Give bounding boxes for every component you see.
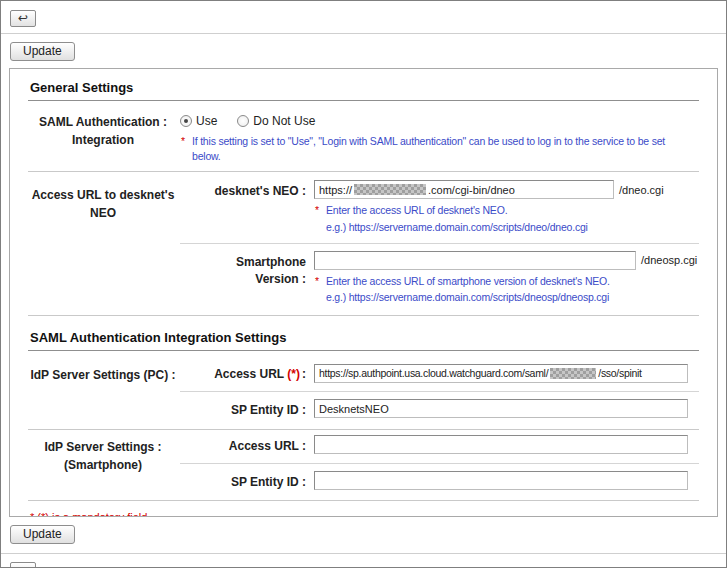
redacted-text-block — [550, 368, 596, 379]
input-text: https://sp.authpoint.usa.cloud.watchguar… — [319, 367, 548, 379]
idp-pc-label: IdP Server Settings (PC) : — [28, 363, 178, 419]
note-text: Enter the access URL of smartphone versi… — [326, 275, 610, 287]
note-text: e.g.) https://servername.domain.com/scri… — [326, 221, 588, 233]
saml-integration-row: SAML Authentication : Integration Use Do… — [28, 101, 699, 172]
neo-url-sublabel: desknet's NEO : — [180, 180, 314, 234]
general-settings-heading: General Settings — [28, 71, 699, 101]
note-text: Enter the access URL of desknet's NEO. — [326, 204, 507, 216]
neo-url-example: e.g.) https://servername.domain.com/scri… — [314, 220, 699, 235]
smartphone-url-subfield: /dneosp.cgi *Enter the access URL of sma… — [314, 251, 699, 305]
idp-smartphone-entity-subrow: SP Entity ID : — [180, 471, 699, 491]
back-button-top[interactable]: ↩ — [10, 10, 36, 27]
label-line: Smartphone — [180, 254, 306, 271]
neo-url-suffix: /dneo.cgi — [619, 184, 664, 196]
idp-smartphone-field: Access URL : SP Entity ID : — [178, 435, 699, 491]
top-navbar: ↩ — [1, 1, 726, 34]
neo-url-input[interactable]: https://.com/cgi-bin/dneo — [314, 180, 614, 199]
redacted-text-block — [354, 184, 426, 195]
access-url-row: Access URL to desknet's NEO desknet's NE… — [28, 172, 699, 316]
neo-url-subrow: desknet's NEO : https://.com/cgi-bin/dne… — [180, 180, 699, 234]
note-text: below. — [192, 150, 221, 162]
smartphone-url-input[interactable] — [314, 251, 636, 270]
idp-pc-entity-subrow: SP Entity ID : — [180, 399, 699, 419]
idp-smartphone-access-url-subfield — [314, 435, 699, 455]
idp-pc-access-url-subfield: https://sp.authpoint.usa.cloud.watchguar… — [314, 363, 699, 383]
idp-pc-entity-input[interactable] — [314, 399, 688, 418]
smartphone-url-example: e.g.) https://servername.domain.com/scri… — [314, 290, 699, 305]
radio-use-circle[interactable] — [180, 115, 192, 127]
note-text: e.g.) https://servername.domain.com/scri… — [326, 291, 609, 303]
bottom-toolbar: Update — [1, 517, 726, 549]
radio-option-use[interactable]: Use — [180, 114, 217, 128]
label-text: Access URL — [214, 367, 284, 381]
label-line: SAML Authentication : — [28, 113, 178, 131]
radio-option-do-not-use[interactable]: Do Not Use — [237, 114, 315, 128]
label-line: Access URL to desknet's — [28, 186, 178, 204]
label-line: IdP Server Settings : — [28, 438, 178, 456]
sub-separator — [180, 463, 699, 464]
idp-smartphone-entity-sublabel: SP Entity ID : — [180, 471, 314, 491]
idp-smartphone-access-url-subrow: Access URL : — [180, 435, 699, 455]
access-url-label: Access URL to desknet's NEO — [28, 180, 178, 305]
label-colon: : — [302, 367, 306, 381]
access-url-field: desknet's NEO : https://.com/cgi-bin/dne… — [178, 180, 699, 305]
smartphone-url-sublabel: Smartphone Version : — [180, 251, 314, 305]
saml-radio-group: Use Do Not Use — [180, 113, 699, 128]
saml-settings-page: ↩ Update General Settings SAML Authentic… — [0, 0, 727, 568]
idp-smartphone-access-url-input[interactable] — [314, 435, 688, 454]
smartphone-url-subrow: Smartphone Version : /dneosp.cgi *Enter … — [180, 251, 699, 305]
idp-pc-entity-sublabel: SP Entity ID : — [180, 399, 314, 419]
bottom-navbar: ↩ — [1, 553, 726, 568]
idp-pc-field: Access URL (*): https://sp.authpoint.usa… — [178, 363, 699, 419]
idp-smartphone-entity-subfield — [314, 471, 699, 491]
saml-integration-field: Use Do Not Use *If this setting is set t… — [178, 113, 699, 163]
smartphone-url-note: *Enter the access URL of smartphone vers… — [314, 274, 699, 289]
label-line: Version : — [180, 271, 306, 288]
input-text: https:// — [319, 184, 352, 196]
update-button-bottom[interactable]: Update — [10, 525, 75, 544]
saml-integration-label: SAML Authentication : Integration — [28, 113, 178, 163]
sub-separator — [180, 391, 699, 392]
idp-pc-access-url-sublabel: Access URL (*): — [180, 363, 314, 383]
idp-pc-access-url-input[interactable]: https://sp.authpoint.usa.cloud.watchguar… — [314, 364, 688, 383]
settings-panel: General Settings SAML Authentication : I… — [9, 68, 718, 517]
back-button-bottom[interactable]: ↩ — [10, 562, 36, 568]
radio-do-not-use-label: Do Not Use — [253, 114, 315, 128]
idp-pc-row: IdP Server Settings (PC) : Access URL (*… — [28, 351, 699, 430]
neo-url-subfield: https://.com/cgi-bin/dneo /dneo.cgi *Ent… — [314, 180, 699, 234]
update-button-top[interactable]: Update — [10, 42, 75, 61]
back-icon: ↩ — [18, 564, 28, 568]
idp-smartphone-access-url-sublabel: Access URL : — [180, 435, 314, 455]
idp-pc-access-url-subrow: Access URL (*): https://sp.authpoint.usa… — [180, 363, 699, 383]
idp-pc-entity-subfield — [314, 399, 699, 419]
saml-settings-heading: SAML Authentication Integration Settings — [28, 321, 699, 351]
back-icon: ↩ — [18, 12, 28, 25]
note-asterisk: * — [315, 274, 319, 289]
label-line: NEO — [28, 204, 178, 222]
required-mark: (*) — [287, 367, 300, 381]
radio-do-not-use-circle[interactable] — [237, 115, 249, 127]
idp-smartphone-entity-input[interactable] — [314, 471, 688, 490]
note-text: If this setting is set to "Use", "Login … — [192, 135, 665, 147]
label-line: Integration — [28, 131, 178, 149]
saml-integration-note: *If this setting is set to "Use", "Login… — [180, 134, 699, 163]
idp-smartphone-row: IdP Server Settings : (Smartphone) Acces… — [28, 430, 699, 502]
neo-url-note: *Enter the access URL of desknet's NEO. — [314, 203, 699, 218]
smartphone-url-suffix: /dneosp.cgi — [641, 254, 697, 266]
top-toolbar: Update — [1, 34, 726, 66]
idp-smartphone-label: IdP Server Settings : (Smartphone) — [28, 435, 178, 491]
radio-use-label: Use — [196, 114, 217, 128]
input-text: /sso/spinit — [598, 367, 641, 379]
note-asterisk: * — [181, 134, 185, 149]
note-asterisk: * — [315, 203, 319, 218]
input-text: .com/cgi-bin/dneo — [428, 184, 515, 196]
label-line: (Smartphone) — [28, 456, 178, 474]
sub-separator — [180, 243, 699, 244]
